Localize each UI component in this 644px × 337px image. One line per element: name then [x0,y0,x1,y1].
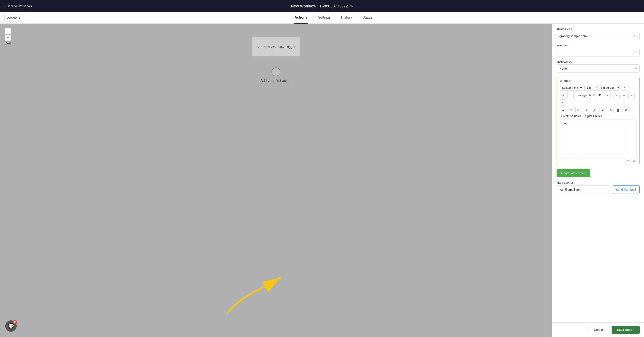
image-button[interactable]: 🖼 [600,107,606,113]
subject-label: SUBJECT [556,44,640,47]
test-emails-label: TEST EMAILS [556,182,640,184]
yellow-arrow [221,265,286,320]
add-attachment-label: Add attachment [565,171,586,175]
link-button[interactable]: 🔗 [591,107,598,113]
templates-select[interactable]: None [556,64,640,73]
message-editor[interactable]: test [560,119,636,159]
word-count: 1 WORDS [560,160,636,162]
test-email-input[interactable] [556,185,610,194]
trigger-links-button[interactable]: Trigger Links ▾ [583,114,602,118]
back-arrow-icon: ‹ [4,4,6,8]
indent-right-button[interactable]: ⇥ [583,107,590,113]
templates-group: TEMPLATES None [556,60,640,73]
tabs-bar: Actions ▾ Actions Settings History Statu… [0,12,644,24]
align-left-button[interactable]: ≡ [614,92,620,98]
zoom-controls: + − 100% [4,28,11,45]
subject-input-wrapper: 🏷 [556,48,640,56]
test-emails-group: TEST EMAILS Send Test Mail [556,182,640,194]
divider-1 [612,93,612,97]
tab-settings[interactable]: Settings [317,12,332,24]
back-label: Back to Workflows [7,4,32,8]
bullet-list-button[interactable]: ≔ [560,107,566,113]
custom-values-chevron: ▾ [580,114,581,118]
cancel-label: Cancel [594,328,604,332]
right-panel-footer: Cancel Save Action [552,322,644,337]
indent-left-button[interactable]: ⇤ [576,107,582,113]
italic-button-2[interactable]: I [604,92,611,98]
custom-values-label: Custom Values [560,114,579,118]
add-action-label: Add your first action [260,79,292,83]
tabs-group: Actions Settings History Status [28,12,640,24]
toolbar-row-1: System Font 12pt Paragraph 𝘐 [560,84,636,91]
text-color-button[interactable]: A [608,107,614,113]
trigger-label: Add New Workflow Trigger [256,45,296,49]
zoom-in-button[interactable]: + [4,28,11,34]
justify-button[interactable]: ≡ [560,99,566,105]
editor-content: test [562,122,568,126]
redo-button[interactable]: ↻ [567,92,574,98]
templates-label: TEMPLATES [556,60,640,63]
zoom-level: 100% [4,42,11,45]
add-action-button[interactable]: ＋ [272,67,280,76]
chat-icon: 💬 [8,323,14,329]
edit-title-icon[interactable]: ✎ [350,4,353,8]
right-panel: FROM EMAIL 🏷 SUBJECT 🏷 TEMPLATES [552,24,644,337]
custom-values-button[interactable]: Custom Values ▾ [560,114,581,118]
main-layout: + − 100% Add New Workflow Trigger ＋ Add … [0,24,644,337]
top-nav: ‹ Back to Workflows New Workflow : 16880… [0,0,644,12]
undo-button[interactable]: ↺ [560,92,566,98]
tab-actions[interactable]: Actions [294,12,308,24]
send-test-mail-button[interactable]: Send Test Mail [612,185,640,194]
save-action-label: Save Action [617,328,634,332]
templates-select-wrapper: None [556,64,640,73]
from-email-label: FROM EMAIL [556,28,640,31]
paragraph-style-select[interactable]: Paragraph [599,85,620,91]
zoom-out-button[interactable]: − [4,34,11,41]
from-email-input-wrapper: 🏷 [556,32,640,40]
bold-button[interactable]: B [597,92,603,98]
from-email-input[interactable] [556,32,640,40]
test-emails-row: Send Test Mail [556,185,640,194]
toolbar-row-2: ↺ ↻ Paragraph B I ≡ ≡ ≡ ≡ [560,92,636,105]
trigger-links-chevron: ▾ [600,114,602,118]
tag-icon-subject: 🏷 [634,50,638,54]
workflow-title-area: New Workflow : 1688033733872 ✎ [291,4,353,8]
actions-dropdown[interactable]: Actions ▾ [4,14,23,22]
chat-badge-count: 30 [13,320,17,324]
align-center-button[interactable]: ≡ [621,92,627,98]
trigger-links-label: Trigger Links [583,114,600,118]
custom-values-row: Custom Values ▾ Trigger Links ▾ [560,114,636,118]
message-section: MESSAGE System Font 12pt Paragraph 𝘐 [556,77,640,165]
message-label: MESSAGE [560,80,636,82]
font-size-select[interactable]: 12pt [584,85,598,91]
tag-icon: 🏷 [634,34,638,38]
highlight-button[interactable]: ▓ [615,107,621,113]
right-panel-body: FROM EMAIL 🏷 SUBJECT 🏷 TEMPLATES [552,24,644,322]
numbered-list-button[interactable]: ⊟ [568,107,574,113]
chevron-down-icon: ▾ [19,16,20,20]
add-attachment-button[interactable]: ⬆ Add attachment [556,169,590,177]
paragraph-select-2[interactable]: Paragraph [575,92,596,98]
font-family-select[interactable]: System Font [560,85,583,91]
send-test-mail-label: Send Test Mail [616,188,636,191]
workflow-title: New Workflow : 1688033733872 [291,4,348,8]
subject-input[interactable] [556,48,640,56]
toolbar-row-3: ≔ ⊟ ⇤ ⇥ 🔗 🖼 A ▓ <> [560,107,636,113]
tab-status[interactable]: Status [362,12,373,24]
cancel-button[interactable]: Cancel [588,326,609,334]
workflow-trigger-box[interactable]: Add New Workflow Trigger [252,37,300,56]
subject-group: SUBJECT 🏷 [556,44,640,56]
italic-button[interactable]: 𝘐 [621,84,627,91]
save-action-button[interactable]: Save Action [612,326,640,334]
code-button[interactable]: <> [622,107,630,113]
canvas-area: + − 100% Add New Workflow Trigger ＋ Add … [0,24,552,337]
add-action-area: ＋ Add your first action [260,67,292,83]
align-right-button[interactable]: ≡ [628,92,634,98]
back-to-workflows-link[interactable]: ‹ Back to Workflows [4,4,32,8]
from-email-group: FROM EMAIL 🏷 [556,28,640,40]
tab-history[interactable]: History [340,12,353,24]
actions-dropdown-label: Actions [7,16,17,20]
upload-icon: ⬆ [560,171,563,175]
chat-badge[interactable]: 💬 30 [5,320,17,332]
